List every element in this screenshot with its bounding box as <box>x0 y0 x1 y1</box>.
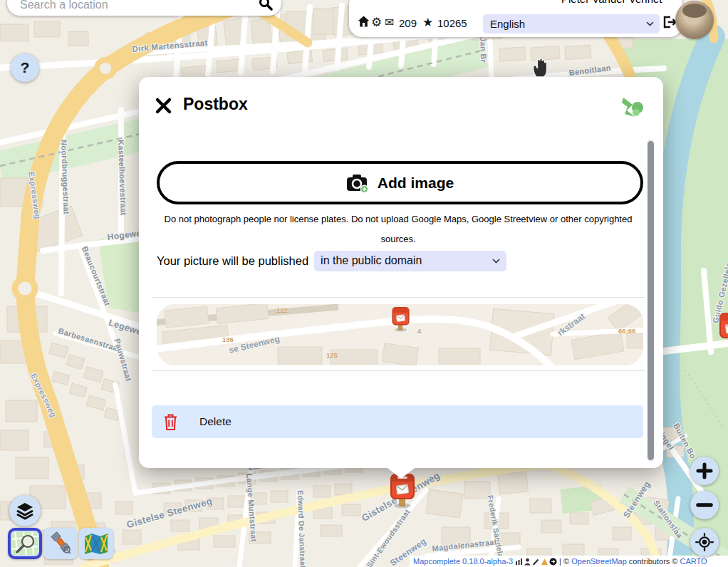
trash-icon <box>163 413 178 431</box>
search-bar[interactable]: Search a location <box>7 0 281 16</box>
language-select[interactable]: English <box>483 14 660 33</box>
carto-link[interactable]: CARTO <box>680 557 707 566</box>
chevron-down-ic <box>646 21 654 26</box>
attribution-sep: | © <box>559 557 569 566</box>
attribution-mid: contributors © <box>629 557 678 566</box>
search-input[interactable]: Search a location <box>20 0 108 11</box>
contributor-icon <box>524 558 531 566</box>
postbox-popup: Postbox Add image Do not photograph peop… <box>139 77 663 468</box>
postbox-marker-edge[interactable] <box>718 312 728 350</box>
avatar[interactable] <box>675 1 714 39</box>
house-number: 4 <box>417 327 421 335</box>
osm-carto-icon <box>12 532 38 555</box>
star-icon: ★ <box>422 15 433 30</box>
delete-label: Delete <box>199 415 232 428</box>
logout-icon[interactable] <box>662 16 677 28</box>
add-image-label: Add image <box>378 175 454 192</box>
location-minimap[interactable]: 122 136 125 4 66;66 se Steenweg rkstraat <box>157 304 643 365</box>
attribution-icons <box>515 558 557 566</box>
license-select[interactable]: in the public domain <box>314 251 506 271</box>
street-label: Jan Br <box>479 37 488 63</box>
satellite-icon <box>48 531 73 556</box>
attribution-bar: Mapcomplete 0.18.0-alpha-3 | © OpenStree… <box>410 556 728 567</box>
help-button[interactable]: ? <box>11 53 39 82</box>
license-selected-value: in the public domain <box>321 254 422 267</box>
image-disclaimer: Do not photograph people nor license pla… <box>162 209 635 249</box>
scrollbar-thumb[interactable] <box>648 141 654 460</box>
delete-button[interactable]: Delete <box>152 405 643 438</box>
map-icon <box>83 532 109 555</box>
background-option-osm[interactable] <box>8 528 42 559</box>
osm-link[interactable]: OpenStreetMap <box>571 557 627 566</box>
plus-icon <box>696 462 713 479</box>
layers-button[interactable] <box>9 495 41 526</box>
help-label: ? <box>21 59 30 76</box>
home-icon[interactable] <box>358 16 370 28</box>
message-count[interactable]: 209 <box>399 17 417 29</box>
user-bar: Pieter Vander Vennet ⚙ ✉ 209 ★ 10265 Eng… <box>349 0 682 37</box>
search-icon[interactable] <box>259 0 273 11</box>
star-count[interactable]: 10265 <box>437 17 467 29</box>
popup-title: Postbox <box>183 95 248 114</box>
house-number: 136 <box>222 335 234 343</box>
background-option-map[interactable] <box>79 528 113 559</box>
zoom-out-button[interactable] <box>690 491 719 519</box>
background-option-satellite[interactable] <box>43 528 78 559</box>
postbox-marker-mini <box>391 306 410 335</box>
geolocate-button[interactable] <box>690 528 719 556</box>
house-number: 122 <box>276 306 288 314</box>
divider <box>152 370 645 371</box>
community-icon <box>549 558 557 566</box>
stats-icon <box>515 558 523 566</box>
mapcomplete-version-link[interactable]: Mapcomplete 0.18.0-alpha-3 <box>413 557 513 566</box>
layers-icon <box>16 501 34 520</box>
background-layer-switcher <box>8 528 113 559</box>
license-row: Your picture will be published in the pu… <box>157 251 506 271</box>
divider <box>152 297 645 298</box>
license-label: Your picture will be published <box>157 254 308 268</box>
house-number: 125 <box>326 351 338 359</box>
pencil-icon <box>532 558 540 566</box>
close-icon[interactable] <box>155 97 172 115</box>
popup-pointer <box>388 468 415 479</box>
mapcomplete-logo-icon <box>620 95 645 120</box>
mapcomplete-app: Dirk Martensstraat Noordbruggestraat Kas… <box>0 0 728 567</box>
popup-scrollbar[interactable] <box>648 140 654 462</box>
mail-icon[interactable]: ✉ <box>385 16 394 29</box>
zoom-in-button[interactable] <box>690 457 719 485</box>
username[interactable]: Pieter Vander Vennet <box>561 0 662 5</box>
chevron-down-icon <box>492 259 500 264</box>
camera-plus-icon <box>346 173 369 193</box>
house-number: 66;66 <box>618 327 635 335</box>
language-value: English <box>490 18 525 30</box>
minus-icon <box>696 496 713 514</box>
warning-icon <box>541 558 548 566</box>
gear-icon[interactable]: ⚙ <box>371 15 382 30</box>
add-image-button[interactable]: Add image <box>157 161 643 204</box>
postbox-marker[interactable] <box>389 473 416 511</box>
crosshair-icon <box>694 531 715 553</box>
